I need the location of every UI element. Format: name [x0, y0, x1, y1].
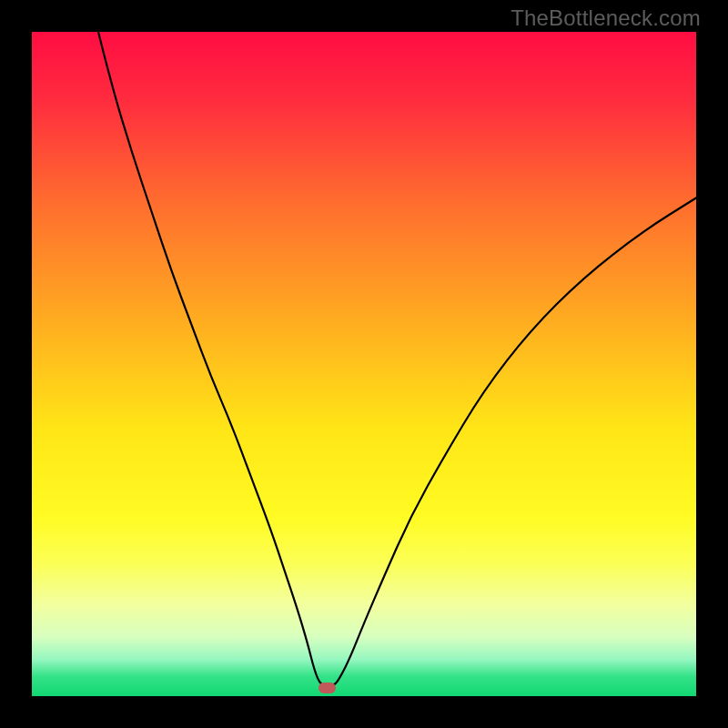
bottleneck-curve — [32, 32, 696, 696]
watermark-label: TheBottleneck.com — [511, 5, 701, 31]
chart-frame: TheBottleneck.com — [0, 0, 728, 728]
plot-area — [32, 32, 696, 696]
optimal-point-marker — [318, 682, 336, 693]
